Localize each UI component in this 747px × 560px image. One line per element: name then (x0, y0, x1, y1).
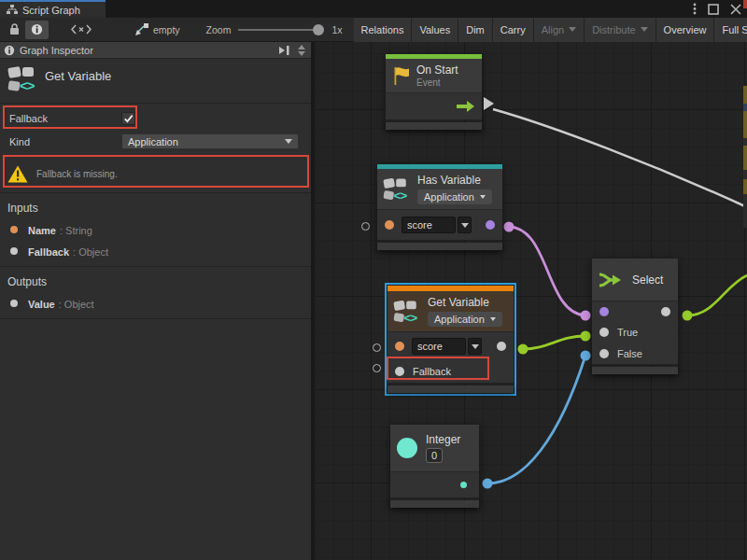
connections-toggle-button[interactable] (65, 21, 97, 39)
port-dot-gray (10, 300, 18, 307)
empty-port-ring (361, 222, 370, 231)
zoom-slider[interactable] (238, 23, 322, 36)
variable-name-field[interactable]: score (412, 338, 466, 355)
angle-brackets-icon (71, 24, 92, 35)
tab-script-graph[interactable]: Script Graph (0, 0, 106, 18)
relations-button[interactable]: Relations (354, 18, 413, 42)
integer-value-field[interactable]: 0 (426, 448, 443, 463)
selection-output-port[interactable] (661, 307, 670, 316)
info-icon (31, 23, 43, 35)
node-integer[interactable]: Integer 0 (390, 425, 479, 508)
dim-button[interactable]: Dim (458, 18, 493, 42)
title-bar: Script Graph (0, 0, 747, 18)
info-icon (4, 45, 15, 56)
graph-inspector-panel: Graph Inspector <> Get Variable Fallback (0, 42, 313, 560)
integer-literal-icon (397, 438, 417, 458)
zoom-value: 1x (331, 24, 342, 35)
kind-label: Kind (9, 136, 30, 147)
chevron-down-icon (641, 27, 648, 32)
full-screen-button[interactable]: Full Screen (714, 18, 747, 42)
fallback-input-port[interactable] (395, 367, 404, 376)
node-title: Integer (426, 433, 460, 446)
node-title: Has Variable (417, 174, 492, 187)
variable-name-dropdown[interactable] (458, 217, 472, 233)
name-input-port[interactable] (385, 220, 394, 230)
node-title: On Start (416, 63, 458, 77)
node-get-variable[interactable]: <> Get Variable Application score (388, 286, 514, 393)
node-has-variable[interactable]: <> Has Variable Application score (377, 164, 502, 250)
chevron-down-icon (285, 139, 292, 144)
node-footer (377, 243, 502, 250)
warning-text: Fallback is missing. (36, 169, 118, 179)
port-type: : Object (59, 299, 94, 310)
zoom-slider-track (238, 29, 322, 31)
select-icon (599, 271, 625, 289)
variable-icon: <> (394, 299, 418, 323)
fallback-option-row: Fallback (0, 106, 311, 131)
flow-connection-arrow (484, 97, 494, 110)
false-input-port[interactable] (599, 349, 609, 358)
flag-icon (392, 66, 411, 86)
lock-button[interactable] (4, 21, 25, 39)
node-footer (592, 367, 678, 374)
wire-layer (315, 42, 747, 560)
port-dot-gray (10, 247, 18, 255)
inspector-header: Graph Inspector (0, 42, 311, 59)
node-select[interactable]: Select True False (592, 259, 678, 374)
port-name: Value (28, 299, 55, 310)
panel-scroll-spinner[interactable] (298, 45, 305, 56)
overview-button[interactable]: Overview (656, 18, 715, 42)
zoom-slider-handle[interactable] (313, 24, 324, 35)
true-input-port[interactable] (599, 328, 609, 337)
flow-arrow-port[interactable] (457, 101, 474, 112)
dock-icon[interactable] (277, 45, 290, 56)
align-button: Align (534, 18, 585, 42)
value-output-port[interactable] (497, 342, 506, 351)
node-on-start[interactable]: On Start Event (386, 54, 482, 130)
graph-reference[interactable]: empty (134, 23, 180, 36)
port-type: : Object (73, 246, 108, 258)
name-input-port[interactable] (395, 342, 404, 351)
graph-canvas[interactable]: On Start Event <> Ha (315, 42, 747, 560)
fallback-label: Fallback (9, 113, 48, 124)
tab-label: Script Graph (22, 5, 80, 16)
values-button[interactable]: Values (412, 18, 458, 42)
script-graph-window: Script Graph (0, 0, 747, 560)
port-name: Name (28, 225, 56, 236)
fallback-checkbox[interactable] (121, 112, 135, 125)
variable-icon: <> (384, 176, 408, 201)
kind-option-row: Kind Application (0, 131, 311, 152)
chevron-down-icon (569, 27, 576, 32)
variable-kind-dropdown[interactable]: Application (428, 312, 502, 327)
carry-button[interactable]: Carry (493, 18, 534, 42)
node-get-variable-selection: <> Get Variable Application score (385, 283, 516, 396)
kind-dropdown[interactable]: Application (121, 133, 299, 149)
maximize-icon[interactable] (708, 4, 719, 15)
menu-icon[interactable] (693, 3, 697, 15)
distribute-button: Distribute (585, 18, 655, 42)
chevron-up-icon[interactable] (298, 45, 305, 49)
warning-box: Fallback is missing. (0, 156, 311, 193)
graph-reference-label: empty (153, 24, 180, 35)
check-icon (123, 114, 134, 123)
unit-title: Get Variable (45, 69, 111, 83)
wire-select-output (687, 275, 747, 315)
port-type: : String (60, 225, 92, 236)
chevron-down-icon (480, 195, 486, 199)
inspector-toggle-button[interactable] (25, 21, 49, 39)
outputs-title: Outputs (0, 267, 311, 292)
variable-kind-dropdown[interactable]: Application (417, 189, 492, 204)
variable-name-field[interactable]: score (402, 217, 456, 233)
integer-output-port[interactable] (460, 482, 467, 488)
node-title: Get Variable (428, 296, 502, 309)
chevron-down-icon[interactable] (298, 51, 305, 56)
close-icon[interactable] (730, 4, 741, 15)
condition-input-port[interactable] (599, 307, 609, 316)
variable-name-dropdown[interactable] (468, 338, 482, 355)
wire-getvariable-select (523, 336, 585, 349)
inspector-title: Graph Inspector (20, 45, 277, 56)
port-dot-orange (10, 226, 18, 233)
input-row-name: Name: String (0, 218, 311, 240)
zoom-label: Zoom (206, 24, 232, 35)
result-output-port[interactable] (486, 220, 495, 230)
